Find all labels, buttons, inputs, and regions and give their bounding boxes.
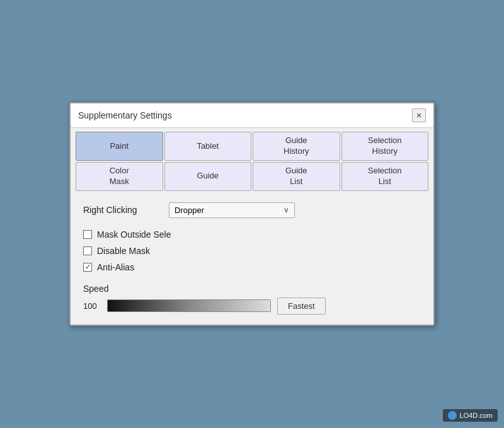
mask-outside-checkbox[interactable] xyxy=(83,230,92,239)
anti-alias-checkbox[interactable] xyxy=(83,263,92,272)
right-clicking-row: Right Clicking Dropper ∨ xyxy=(83,202,421,218)
tab-guide-list[interactable]: GuideList xyxy=(253,162,340,191)
anti-alias-row: Anti-Alias xyxy=(83,262,421,272)
fastest-button[interactable]: Fastest xyxy=(277,298,326,315)
speed-section: Speed 100 Fastest xyxy=(83,284,421,315)
tab-tablet[interactable]: Tablet xyxy=(164,132,252,161)
disable-mask-row: Disable Mask xyxy=(83,246,421,256)
speed-value: 100 xyxy=(83,301,101,311)
tabs-row-1: Paint Tablet GuideHistory SelectionHisto… xyxy=(76,132,428,161)
mask-outside-label: Mask Outside Sele xyxy=(97,229,171,240)
tab-selection-history[interactable]: SelectionHistory xyxy=(341,132,429,161)
disable-mask-checkbox[interactable] xyxy=(83,246,92,255)
tabs-section: Paint Tablet GuideHistory SelectionHisto… xyxy=(71,128,433,191)
watermark-text: LO4D.com xyxy=(459,412,493,419)
speed-slider[interactable] xyxy=(107,299,271,312)
tab-color-mask[interactable]: ColorMask xyxy=(76,162,163,191)
anti-alias-label: Anti-Alias xyxy=(97,262,134,272)
tabs-row-2: ColorMask Guide GuideList SelectionList xyxy=(76,162,428,191)
speed-label: Speed xyxy=(83,284,421,294)
mask-outside-row: Mask Outside Sele xyxy=(83,229,421,240)
disable-mask-label: Disable Mask xyxy=(97,246,150,256)
watermark-icon xyxy=(448,411,457,420)
content-area: Right Clicking Dropper ∨ Mask Outside Se… xyxy=(71,192,433,325)
title-bar: Supplementary Settings × xyxy=(71,103,433,128)
speed-row: 100 Fastest xyxy=(83,298,421,315)
right-clicking-label: Right Clicking xyxy=(83,205,159,215)
dialog-title: Supplementary Settings xyxy=(78,110,172,120)
chevron-down-icon: ∨ xyxy=(284,205,289,214)
tab-paint[interactable]: Paint xyxy=(76,132,163,161)
dropdown-value: Dropper xyxy=(175,205,204,215)
watermark: LO4D.com xyxy=(443,409,498,422)
close-button[interactable]: × xyxy=(412,108,426,122)
checkboxes-section: Mask Outside Sele Disable Mask Anti-Alia… xyxy=(83,229,421,272)
supplementary-settings-dialog: Supplementary Settings × Paint Tablet Gu… xyxy=(69,102,435,326)
tab-guide-history[interactable]: GuideHistory xyxy=(253,132,340,161)
tab-selection-list[interactable]: SelectionList xyxy=(341,162,429,191)
tab-guide[interactable]: Guide xyxy=(164,162,252,191)
right-clicking-dropdown[interactable]: Dropper ∨ xyxy=(169,202,295,218)
